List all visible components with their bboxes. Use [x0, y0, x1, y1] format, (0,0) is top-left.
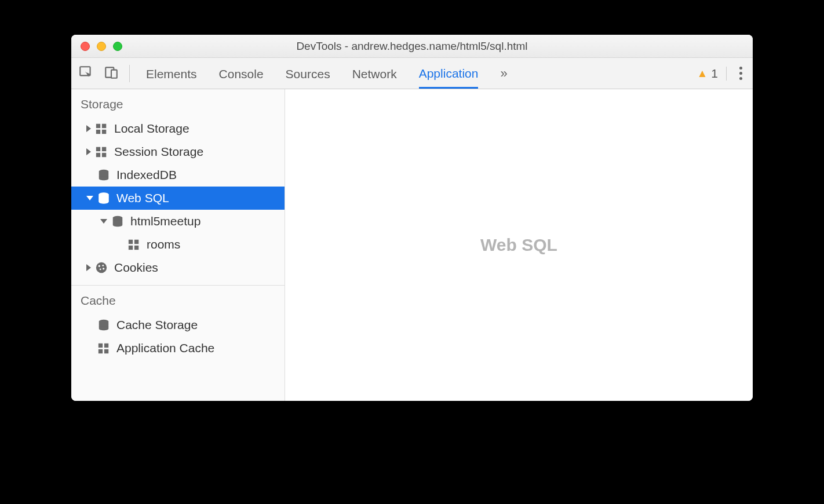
svg-rect-4 [102, 124, 106, 128]
warnings-badge[interactable]: ▲ 1 [697, 67, 727, 81]
sidebar-item-cache-storage[interactable]: Cache Storage [71, 313, 285, 337]
sidebar-item-label: Cookies [114, 261, 158, 275]
storage-icon [94, 145, 108, 159]
svg-rect-27 [104, 349, 108, 353]
warning-icon: ▲ [697, 67, 708, 80]
database-icon [97, 168, 111, 182]
collapse-arrow-icon [86, 196, 93, 200]
device-toolbar-icon[interactable] [104, 65, 119, 82]
svg-rect-2 [111, 70, 117, 78]
more-tabs-icon[interactable]: » [500, 66, 507, 81]
svg-rect-9 [96, 153, 100, 157]
tab-network[interactable]: Network [352, 59, 397, 88]
expand-arrow-icon [86, 264, 91, 271]
svg-point-21 [100, 268, 101, 270]
maximize-button[interactable] [113, 42, 122, 51]
panel-body: Storage Local Storage Session Storage [71, 89, 753, 401]
minimize-button[interactable] [97, 42, 106, 51]
sidebar-item-label: Cache Storage [116, 318, 198, 332]
application-sidebar: Storage Local Storage Session Storage [71, 89, 285, 401]
tab-console[interactable]: Console [219, 59, 264, 88]
svg-rect-17 [134, 246, 138, 250]
placeholder-heading: Web SQL [480, 235, 557, 255]
storage-icon [94, 122, 108, 136]
devtools-toolbar: Elements Console Sources Network Applica… [71, 58, 753, 89]
inspect-element-icon[interactable] [78, 65, 93, 82]
database-icon [111, 214, 125, 228]
sidebar-item-label: rooms [147, 238, 180, 251]
svg-rect-14 [129, 240, 133, 244]
toolbar-left [78, 65, 130, 82]
svg-rect-25 [104, 344, 108, 348]
window-title: DevTools - andrew.hedges.name/html5/sql.… [71, 40, 753, 53]
toolbar-right: ▲ 1 [688, 67, 746, 81]
svg-rect-10 [102, 153, 106, 157]
svg-rect-3 [96, 124, 100, 128]
sidebar-item-label: IndexedDB [116, 168, 177, 182]
storage-icon [97, 341, 111, 355]
svg-rect-7 [96, 147, 100, 151]
titlebar: DevTools - andrew.hedges.name/html5/sql.… [71, 35, 753, 58]
svg-rect-8 [102, 147, 106, 151]
sidebar-item-label: Session Storage [114, 145, 203, 159]
cookie-icon [94, 261, 108, 275]
svg-rect-6 [102, 130, 106, 134]
sidebar-item-local-storage[interactable]: Local Storage [71, 117, 285, 140]
svg-point-18 [96, 262, 107, 273]
database-icon [97, 318, 111, 332]
expand-arrow-icon [86, 148, 91, 155]
svg-point-19 [99, 265, 100, 267]
tab-sources[interactable]: Sources [286, 59, 330, 88]
tab-application[interactable]: Application [419, 59, 479, 89]
svg-rect-15 [134, 240, 138, 244]
sidebar-item-label: Local Storage [114, 122, 189, 136]
storage-section-header: Storage [71, 89, 285, 117]
sidebar-item-session-storage[interactable]: Session Storage [71, 140, 285, 163]
cache-section-header: Cache [71, 286, 285, 313]
sidebar-item-application-cache[interactable]: Application Cache [71, 337, 285, 360]
sidebar-item-database[interactable]: html5meetup [71, 210, 285, 233]
database-icon [97, 191, 111, 205]
settings-menu-icon[interactable] [736, 67, 746, 80]
close-button[interactable] [81, 42, 90, 51]
traffic-lights [71, 42, 122, 51]
sidebar-item-label: Application Cache [116, 341, 214, 355]
warning-count: 1 [711, 67, 718, 81]
devtools-window: DevTools - andrew.hedges.name/html5/sql.… [71, 35, 753, 401]
main-content: Web SQL [285, 89, 753, 401]
sidebar-item-indexeddb[interactable]: IndexedDB [71, 163, 285, 187]
sidebar-item-cookies[interactable]: Cookies [71, 256, 285, 279]
sidebar-item-label: html5meetup [130, 214, 200, 228]
svg-rect-5 [96, 130, 100, 134]
svg-rect-26 [99, 349, 103, 353]
sidebar-item-label: Web SQL [116, 191, 169, 205]
sidebar-item-web-sql[interactable]: Web SQL [71, 187, 285, 210]
table-icon [127, 238, 141, 251]
panel-tabs: Elements Console Sources Network Applica… [130, 59, 688, 89]
collapse-arrow-icon [100, 219, 107, 224]
svg-point-20 [102, 265, 104, 266]
expand-arrow-icon [86, 125, 91, 132]
svg-rect-24 [99, 344, 103, 348]
sidebar-item-table[interactable]: rooms [71, 233, 285, 256]
svg-rect-16 [129, 246, 133, 250]
tab-elements[interactable]: Elements [146, 59, 197, 88]
svg-point-22 [103, 268, 104, 269]
